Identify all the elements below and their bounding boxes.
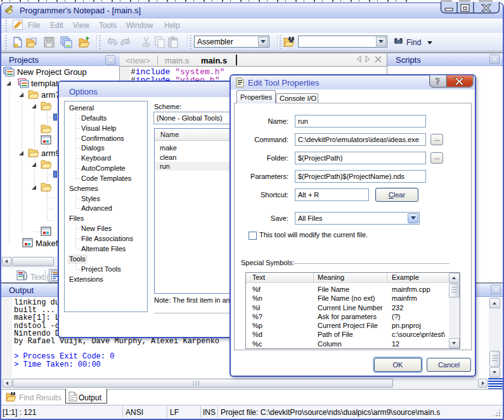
svg-text:?: ? [436,77,440,86]
